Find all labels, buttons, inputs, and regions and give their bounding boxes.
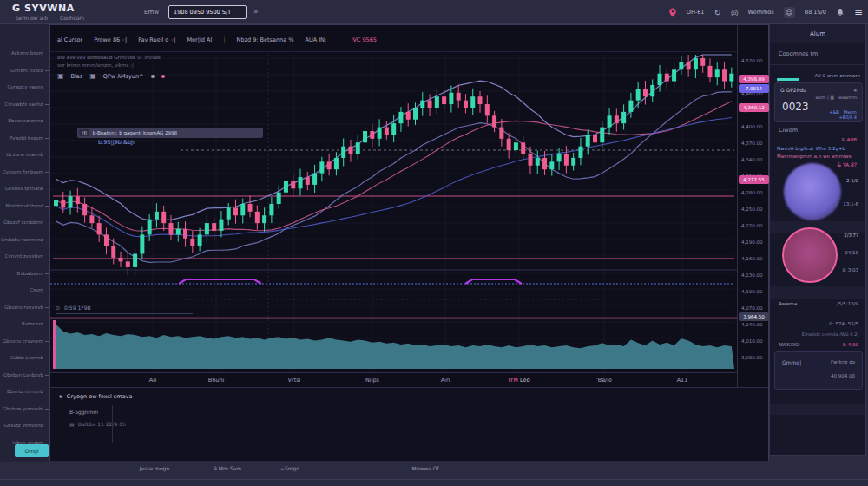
candle-body	[385, 128, 389, 135]
time-axis-label-part: IYM	[508, 377, 518, 384]
candle-body	[514, 142, 518, 150]
gauge1-value-1: 2 1/0	[846, 178, 858, 183]
price-axis-label: 4,190.00	[741, 240, 763, 245]
candle-body	[299, 177, 303, 188]
bottom-panel-row-2-text: Balbbx 11 22/9 Ch	[78, 421, 126, 427]
watchlist-item[interactable]: Ucvbrw xnavnb	[6, 152, 43, 157]
candle-body	[212, 223, 216, 231]
chart-toolbar-item[interactable]: IVC 9565	[351, 36, 377, 43]
target-icon[interactable]: ◎	[731, 8, 739, 17]
watchlist-item[interactable]: Gbnvnv crvvnvm	[3, 338, 43, 344]
volume-area	[53, 325, 734, 369]
watchlist-item[interactable]: Ebvwvnz wvnd	[8, 118, 43, 123]
candle-body	[341, 147, 345, 158]
candle-body	[608, 115, 612, 127]
candle-body	[621, 112, 626, 123]
watchlist-item[interactable]: Gbvznv rvnvnvb	[4, 305, 43, 310]
toolbar-separator: |	[223, 36, 225, 43]
time-axis[interactable]: AoBhuniVrtslNilpsAiriIYM Led'Ba/ieA11	[50, 372, 737, 387]
footer-link[interactable]: 9 Mm Sam	[214, 465, 241, 471]
orders-panel[interactable]: Gmmq| Fwrknz do 40 904 08	[774, 351, 863, 390]
top-link-2[interactable]: Coohcam	[60, 15, 84, 21]
watchlist-item[interactable]: Bvbwbxvm	[17, 271, 43, 276]
watchlist-item[interactable]: Pvwzbt kxzvm	[10, 135, 43, 141]
candle-body	[507, 139, 511, 150]
alert-line-2: Nwm/A b.g/b.dr Whe 3.2g+b	[777, 146, 845, 151]
watchlist-item[interactable]: Obxbvn Lvnbzvb	[3, 372, 43, 378]
watchlist-item[interactable]: Cvnvnt zvnxbvn	[5, 253, 43, 259]
refresh-icon[interactable]: ↻	[713, 8, 720, 17]
top-link-1[interactable]: Semi ow a-b	[16, 15, 48, 21]
watchlist-item[interactable]: Gbszvf xcnbbmn	[3, 220, 43, 225]
candle-body	[233, 207, 238, 215]
chevrons-icon[interactable]: »	[253, 7, 259, 16]
candle-body	[277, 193, 281, 204]
watchlist-item[interactable]: Gbsvtz vtmvnnb	[4, 423, 43, 428]
price-axis[interactable]: 4,520.004,490.004,460.004,430.004,400.00…	[737, 25, 770, 387]
symbol-search-input[interactable]: 1908 0950 9500 S/T	[168, 5, 247, 19]
candle-body	[312, 174, 317, 185]
watchlist-item[interactable]: Cvzvcm fxnbsvm	[3, 169, 43, 174]
watchlist-item[interactable]: Cvbtz Lvcrrnb	[10, 355, 43, 360]
price-axis-label: 4,520.00	[741, 58, 763, 63]
bottom-panel-row-2[interactable]: ▤ Balbbx 11 22/9 Ch	[69, 421, 126, 427]
location-pin-icon[interactable]	[668, 8, 677, 17]
stats-line-3: Emwbdk o emda /WG 6:2|	[802, 332, 858, 337]
bottom-panel-header[interactable]: ▼ Cryogn ow fexsl smava	[59, 393, 132, 400]
watchlist-action-button[interactable]: Omgi	[15, 444, 49, 457]
candle-body	[227, 207, 231, 219]
eye-icon[interactable]: ⊙	[56, 305, 60, 311]
positions-panel[interactable]: G GP2Pdu 4 0023 wom | ▦ wawmm +&B Mwrm +…	[774, 82, 863, 122]
bell-icon[interactable]	[836, 8, 845, 16]
watchlist-item[interactable]: Gnxbsv tzvnatw	[5, 186, 43, 191]
chart-toolbar-item[interactable]: al Cursor	[57, 36, 82, 43]
legend-toggle-icon-1[interactable]: ▣	[57, 72, 64, 80]
collapse-caret-icon[interactable]: ▼	[59, 394, 62, 399]
candle-body	[378, 128, 382, 139]
watchlist-item[interactable]: Gbvbrw yvrnvnbl	[3, 406, 43, 411]
chart-toolbar-item[interactable]: Fav Ruell o ◦|	[138, 36, 175, 43]
watchlist-item[interactable]: Cmvwbfx navhd	[5, 102, 43, 107]
candle-body	[219, 220, 223, 231]
price-tag: 4,398.09	[739, 75, 769, 83]
watchlist-item[interactable]: Rvtzxzvd	[22, 321, 43, 326]
footer-link[interactable]: Jesse mogn	[140, 465, 169, 471]
bottom-panel: ▼ Cryogn ow fexsl smava B-Sggnmm ▤ Balbb…	[50, 387, 768, 461]
chart-container: al CursorProwe 86 ◦|Fav Ruell o ◦|Mor|Id…	[49, 24, 769, 461]
smiley-icon[interactable]: ☺	[784, 7, 795, 18]
watchlist-item[interactable]: Nbxbtz vtxbvnd	[5, 203, 43, 208]
watchlist-item[interactable]: Ebvntz rtvnxnb	[7, 389, 43, 394]
candle-body	[542, 158, 547, 169]
price-axis-label: 4,160.00	[741, 256, 763, 261]
watchlist-item[interactable]: Ackxnv bxvm	[11, 50, 43, 56]
chart-toolbar-item[interactable]: Prowe 86 ◦|	[94, 36, 127, 43]
chart-toolbar-item[interactable]: Nbzd 9: Betsanna %	[237, 36, 294, 43]
indicator-signal-segment	[179, 279, 261, 284]
metrics-label[interactable]: Wemmos	[748, 9, 774, 16]
watchlist-item[interactable]: Cxvm	[30, 287, 43, 292]
footer-link[interactable]: Mvwwa Of	[412, 465, 439, 471]
watchlist-item[interactable]: Gvnxm hvxco	[10, 68, 43, 73]
watchlist-item[interactable]: Cvrwzcv vwvnr	[7, 84, 43, 89]
watchlist-item[interactable]: Ixbvn vnxbm	[12, 440, 43, 445]
candle-body	[248, 204, 253, 212]
price-chart-plot[interactable]	[50, 53, 737, 372]
price-tag: 3,964.50	[739, 312, 769, 321]
bottom-panel-row-1[interactable]: B-Sggnmm	[69, 409, 98, 415]
legend-toggle-icon-2[interactable]: ▣	[89, 72, 96, 80]
candle-body	[464, 101, 468, 108]
menu-icon[interactable]: ≡	[854, 6, 863, 18]
watchlist-item[interactable]: Cmbzbv rwxmvnz	[1, 237, 43, 242]
candle-body	[521, 142, 525, 154]
footer-link[interactable]: ~Smgn	[280, 465, 299, 471]
subpanel-legend[interactable]: ⊙ 0:59 1F9B	[56, 305, 193, 314]
price-axis-label: 4,100.00	[741, 289, 763, 294]
candle-body	[571, 158, 575, 166]
candle-body	[97, 223, 102, 234]
time-axis-label: Ao	[149, 377, 156, 384]
chart-toolbar-item[interactable]: AUA IN:	[305, 36, 326, 43]
chart-legend: ▣ Blas ▣ QPw λMsyun^	[57, 72, 165, 80]
chart-toolbar-item[interactable]: Mor|Id Al	[187, 36, 212, 43]
legend-dot-pink	[161, 75, 165, 78]
price-axis-label: 4,280.00	[741, 190, 763, 195]
